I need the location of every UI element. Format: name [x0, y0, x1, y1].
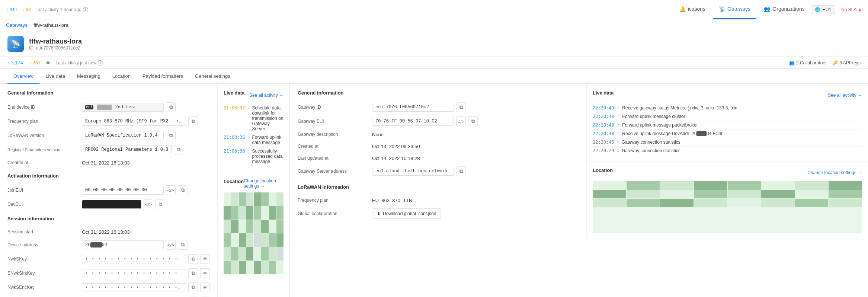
map-cell — [276, 206, 284, 220]
gateway-server-input: eu1.cloud.thethings.network — [372, 167, 454, 176]
info-icon[interactable]: i — [83, 7, 88, 12]
gw-label-freq-plan: Frequency plan — [298, 198, 372, 203]
gateway-map — [593, 181, 862, 233]
stat-down: ↓ 64 — [22, 7, 31, 12]
copy-lorawan-ver-button[interactable]: ⧉ — [166, 131, 176, 140]
show-nwk-s-enc-key-button[interactable]: 👁 — [200, 282, 210, 292]
map-cell — [246, 247, 253, 261]
gw-info-icon[interactable]: i — [98, 60, 103, 66]
device-live-data-header: Live data See all activity → — [224, 90, 284, 100]
gw-change-location-link[interactable]: Change location settings → — [807, 170, 862, 175]
device-location-header: Location Change location settings → — [224, 178, 284, 189]
copy-server-addr-button[interactable]: ⧉ — [456, 166, 466, 176]
field-app-s-key: AppSKey • • • • • • • • • • • • • • • • … — [7, 294, 210, 297]
tab-general-settings[interactable]: General settings — [189, 69, 236, 84]
breadcrumb-parent[interactable]: Gateways — [6, 22, 28, 28]
device-live-msg-1: Forward uplink data message — [252, 135, 284, 145]
region-badge[interactable]: 🌐 EU1 — [811, 5, 835, 14]
copy-nwk-s-key-button[interactable]: ⧉ — [188, 254, 198, 264]
gw-live-entry-5: 22:20:29 ℹ Gateway connection statistics — [593, 147, 862, 155]
gateway-icon: 📡 — [7, 36, 24, 52]
copy-gateway-id-button[interactable]: ⧉ — [456, 102, 466, 112]
gw-label-gateway-id: Gateway ID — [298, 105, 372, 110]
gateway-live-data: Live data See all activity → 22:20:49 ↑ … — [587, 84, 868, 162]
api-key-icon: 🔑 — [832, 60, 838, 66]
join-eui-input: 00 00 00 00 00 00 00 00 — [82, 186, 164, 195]
regional-params-input: RP002 Regional Parameters 1.0.3 — [82, 145, 172, 154]
tab-overview[interactable]: Overview — [7, 69, 39, 84]
gw-location-title: Location — [593, 167, 613, 173]
end-device-id-input[interactable]: eui -2nd-test — [82, 103, 164, 112]
breadcrumb-current: fffw-rathaus-lora — [33, 22, 68, 28]
map-cell — [269, 247, 276, 261]
map-cell — [254, 261, 261, 274]
field-value-created-at: Oct 31, 2022 16:13:03 — [82, 160, 210, 166]
map-cell — [276, 247, 284, 261]
gw-live-entry-4: 22:20:45 ℹ Gateway connection statistics — [593, 138, 862, 147]
general-info-title: General information — [7, 90, 210, 96]
gw-live-time-4: 22:20:45 — [593, 140, 614, 145]
last-activity-text: Last activity 1 hour ago — [35, 7, 81, 12]
field-snwk-s-int-key: SNwkSIntKey • • • • • • • • • • • • • • … — [7, 266, 210, 280]
copy-nwk-s-enc-key-button[interactable]: ⧉ — [188, 282, 198, 292]
gw-see-all-link[interactable]: See all activity → — [828, 93, 862, 98]
stat-up: ↑ 317 — [6, 7, 17, 12]
nav-tab-gateways[interactable]: 📡 Gateways — [713, 0, 756, 19]
field-label-end-device-id: End device ID — [7, 105, 82, 110]
gateway-id-input: eui-7076ff00560710c2 — [372, 103, 454, 112]
code-join-eui-button[interactable]: </> — [166, 185, 176, 195]
gw-field-description: Gateway description None — [298, 128, 579, 140]
device-general-info: General information End device ID eui -2… — [0, 84, 218, 297]
map-cell — [246, 192, 253, 206]
field-label-nwk-s-key: NwkSKey — [7, 256, 82, 262]
gw-value-created-at: Oct 14, 2022 09:26:50 — [372, 144, 579, 149]
map-cell — [276, 261, 284, 274]
field-label-dev-eui: DevEUI — [7, 202, 82, 207]
tab-payload-formatters[interactable]: Payload formatters — [137, 69, 189, 84]
tab-live-data[interactable]: Live data — [39, 69, 71, 84]
field-label-freq-plan: Frequency plan — [7, 119, 82, 124]
device-change-location-link[interactable]: Change location settings → — [244, 178, 284, 189]
copy-join-eui-button[interactable]: ⧉ — [178, 185, 188, 195]
field-label-session-start: Session start — [7, 229, 82, 234]
gateway-stat-right: 👥 2 Collaborators 🔑 3 API keys — [789, 60, 861, 66]
copy-regional-params-button[interactable]: ⧉ — [174, 145, 183, 154]
gw-map-cell — [728, 199, 761, 207]
copy-dev-eui-button[interactable]: ⧉ — [156, 199, 165, 209]
map-cell — [224, 247, 231, 261]
nav-tab-organizations[interactable]: 👥 Organizations — [758, 0, 810, 19]
top-nav: ↑ 317 ↓ 64 Last activity 1 hour ago i 🔔 … — [0, 0, 868, 19]
copy-end-device-id-button[interactable]: ⧉ — [166, 102, 176, 112]
gateway-two-col: General information Gateway ID eui-7076f… — [290, 84, 868, 239]
copy-device-addr-button[interactable]: ⧉ — [178, 240, 188, 250]
show-nwk-s-key-button[interactable]: 👁 — [200, 254, 210, 264]
copy-freq-plan-button[interactable]: ⧉ — [188, 116, 198, 126]
map-cell — [276, 192, 284, 206]
map-cell — [261, 261, 268, 274]
show-snwk-s-int-key-button[interactable]: 👁 — [200, 268, 210, 278]
copy-snwk-s-int-key-button[interactable]: ⧉ — [188, 268, 198, 278]
map-cell — [269, 233, 276, 247]
gateway-panel: General information Gateway ID eui-7076f… — [290, 84, 868, 297]
device-see-all-link[interactable]: See all activity → — [249, 93, 284, 98]
gw-live-arrow-0: ↑ — [617, 105, 619, 110]
gw-live-time-1: 22:20:48 — [593, 114, 614, 119]
map-cell — [224, 233, 231, 247]
tab-location[interactable]: Location — [106, 69, 137, 84]
download-global-conf-button[interactable]: ⬇ Download global_conf.json — [372, 208, 441, 219]
gw-map-cell — [829, 181, 862, 190]
map-cell — [224, 261, 231, 274]
gw-live-time-3: 22:20:48 — [593, 131, 614, 136]
gateway-header: 📡 fffw-rathaus-lora ID: eui-7076ff005607… — [0, 31, 868, 57]
field-frequency-plan: Frequency plan Europe 863-870 MHz (SF9 f… — [7, 114, 210, 128]
code-gateway-eui-button[interactable]: </> — [456, 116, 466, 126]
nav-tab-notifications[interactable]: 🔔 ications — [673, 0, 711, 19]
breadcrumb: Gateways › fffw-rathaus-lora — [0, 19, 868, 31]
code-device-addr-button[interactable]: </> — [166, 240, 176, 250]
tab-messaging[interactable]: Messaging — [71, 69, 106, 84]
copy-gateway-eui-button[interactable]: ⧉ — [468, 116, 478, 126]
gw-live-msg-1: Forward uplink message cluster — [622, 114, 685, 119]
download-label: Download global_conf.json — [383, 211, 436, 216]
session-info-section: Session information Session start Oct 31… — [7, 216, 210, 297]
code-dev-eui-button[interactable]: </> — [144, 199, 153, 209]
